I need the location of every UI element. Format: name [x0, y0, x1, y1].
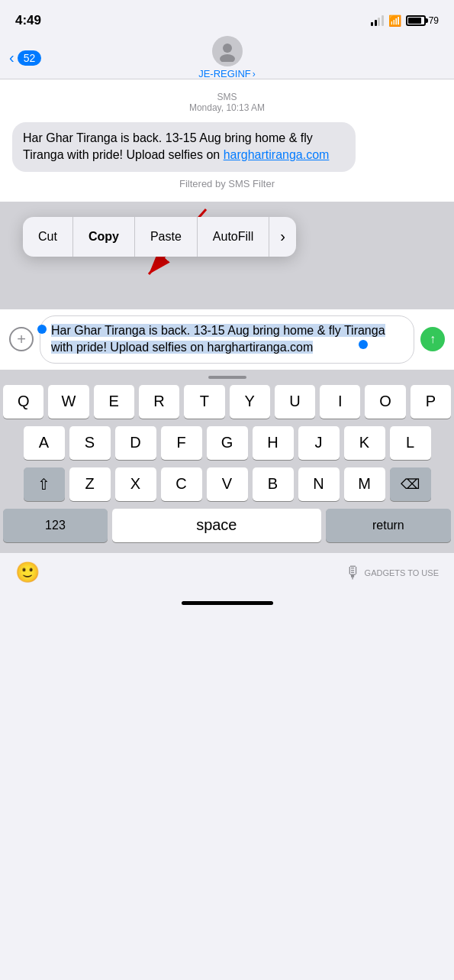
- battery-icon: [406, 15, 426, 26]
- keyboard-handle: [208, 376, 246, 379]
- context-menu: Cut Copy Paste AutoFill ›: [23, 217, 296, 257]
- send-button[interactable]: ↑: [420, 327, 445, 351]
- key-x[interactable]: X: [115, 467, 156, 501]
- key-w[interactable]: W: [48, 385, 89, 419]
- sms-header: SMS Monday, 10:13 AM: [12, 92, 442, 113]
- selection-handle-left: [37, 325, 47, 334]
- key-row-4: 123 space return: [3, 509, 451, 542]
- contact-name[interactable]: JE-REGINF: [198, 68, 251, 79]
- backspace-key[interactable]: ⌫: [390, 467, 431, 501]
- paste-button[interactable]: Paste: [135, 217, 198, 257]
- status-bar: 4:49 📶 79: [0, 0, 454, 37]
- svg-point-0: [223, 44, 232, 53]
- key-b[interactable]: B: [253, 467, 294, 501]
- keyboard: Q W E R T Y U I O P A S D F G H J K L ⇧ …: [0, 370, 454, 553]
- input-text: Har Ghar Tiranga is back. 13-15 Aug brin…: [51, 324, 385, 354]
- bubble-link[interactable]: harghartiranga.com: [224, 148, 330, 161]
- key-s[interactable]: S: [69, 426, 111, 460]
- add-button[interactable]: +: [9, 327, 34, 351]
- status-time: 4:49: [15, 13, 41, 28]
- autofill-button[interactable]: AutoFill: [198, 217, 269, 257]
- status-icons: 📶 79: [371, 15, 439, 27]
- send-icon: ↑: [430, 332, 436, 346]
- keyboard-top-bar: [3, 376, 451, 379]
- key-m[interactable]: M: [344, 467, 385, 501]
- key-y[interactable]: Y: [230, 385, 270, 419]
- space-key[interactable]: space: [112, 509, 321, 542]
- middle-area: Cut Copy Paste AutoFill ›: [0, 202, 454, 309]
- watermark-text: GADGETS TO USE: [365, 568, 439, 577]
- key-g[interactable]: G: [207, 426, 248, 460]
- key-e[interactable]: E: [94, 385, 134, 419]
- key-q[interactable]: Q: [3, 385, 43, 419]
- key-h[interactable]: H: [253, 426, 294, 460]
- key-a[interactable]: A: [24, 426, 65, 460]
- key-l[interactable]: L: [390, 426, 431, 460]
- numbers-key[interactable]: 123: [3, 509, 108, 542]
- bottom-bar: 🙂 🎙 GADGETS TO USE: [0, 553, 454, 594]
- wifi-icon: 📶: [388, 15, 401, 27]
- shift-key[interactable]: ⇧: [24, 467, 65, 501]
- battery-container: 79: [406, 15, 439, 26]
- key-d[interactable]: D: [115, 426, 156, 460]
- key-c[interactable]: C: [161, 467, 202, 501]
- selection-handle-right: [359, 340, 368, 349]
- home-bar: [182, 601, 273, 605]
- svg-point-1: [220, 54, 235, 62]
- mic-icon[interactable]: 🎙: [345, 563, 362, 583]
- key-u[interactable]: U: [275, 385, 315, 419]
- more-button[interactable]: ›: [269, 217, 296, 257]
- key-p[interactable]: P: [411, 385, 451, 419]
- key-r[interactable]: R: [139, 385, 179, 419]
- key-t[interactable]: T: [184, 385, 224, 419]
- back-button[interactable]: ‹ 52: [9, 49, 41, 66]
- copy-button[interactable]: Copy: [73, 217, 135, 257]
- key-o[interactable]: O: [365, 385, 405, 419]
- sms-label: SMS: [12, 92, 442, 102]
- key-n[interactable]: N: [298, 467, 340, 501]
- key-k[interactable]: K: [344, 426, 385, 460]
- key-z[interactable]: Z: [69, 467, 111, 501]
- cut-button[interactable]: Cut: [23, 217, 73, 257]
- signal-icon: [371, 15, 384, 26]
- nav-bar: ‹ 52 JE-REGINF ›: [0, 37, 454, 79]
- key-row-2: A S D F G H J K L: [3, 426, 451, 460]
- battery-level: 79: [429, 15, 439, 26]
- key-row-1: Q W E R T Y U I O P: [3, 385, 451, 419]
- sms-date: Monday, 10:13 AM: [12, 102, 442, 113]
- key-i[interactable]: I: [320, 385, 360, 419]
- avatar[interactable]: [212, 36, 243, 66]
- messages-area: SMS Monday, 10:13 AM Har Ghar Tiranga is…: [0, 79, 454, 202]
- back-badge-count[interactable]: 52: [18, 50, 42, 66]
- key-v[interactable]: V: [207, 467, 248, 501]
- key-f[interactable]: F: [161, 426, 202, 460]
- contact-chevron-icon: ›: [253, 69, 256, 79]
- emoji-icon[interactable]: 🙂: [15, 561, 40, 584]
- back-chevron-icon: ‹: [9, 49, 14, 66]
- message-bubble: Har Ghar Tiranga is back. 13-15 Aug brin…: [12, 122, 356, 172]
- home-indicator: [0, 594, 454, 613]
- filter-label: Filtered by SMS Filter: [12, 178, 442, 189]
- key-row-3: ⇧ Z X C V B N M ⌫: [3, 467, 451, 501]
- key-j[interactable]: J: [298, 426, 340, 460]
- input-area[interactable]: + Har Ghar Tiranga is back. 13-15 Aug br…: [0, 309, 454, 370]
- return-key[interactable]: return: [326, 509, 451, 542]
- text-input[interactable]: Har Ghar Tiranga is back. 13-15 Aug brin…: [40, 315, 414, 364]
- nav-center: JE-REGINF ›: [198, 36, 256, 79]
